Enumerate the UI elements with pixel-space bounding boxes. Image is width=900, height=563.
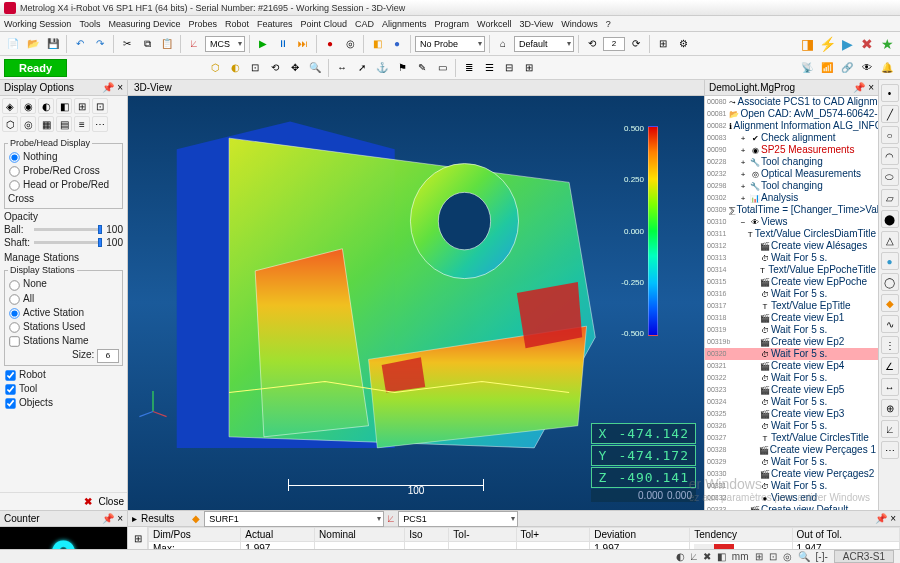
chk-robot[interactable]: Robot xyxy=(4,368,123,382)
rt-circle-icon[interactable]: ○ xyxy=(881,126,899,144)
rt-dist-icon[interactable]: ↔ xyxy=(881,378,899,396)
results-col-header[interactable]: Tendency xyxy=(690,528,792,542)
menu-dview[interactable]: 3D-View xyxy=(519,19,553,29)
rt-cs-icon[interactable]: ⟀ xyxy=(881,420,899,438)
tree-row[interactable]: 00327TText/Value CirclesTitle xyxy=(705,432,878,444)
probe-combo[interactable]: No Probe xyxy=(415,36,485,52)
menu-windows[interactable]: Windows xyxy=(561,19,598,29)
sb-i5[interactable]: ⊞ xyxy=(755,551,763,562)
settings-icon[interactable]: ⚙ xyxy=(674,35,692,53)
ball-slider[interactable] xyxy=(34,228,102,231)
3d-viewport[interactable]: 0.5000.2500.000-0.250-0.500 100 X-474.14… xyxy=(128,96,704,510)
do-i3[interactable]: ◐ xyxy=(38,98,54,114)
record-icon[interactable]: ● xyxy=(321,35,339,53)
rt-line-icon[interactable]: ╱ xyxy=(881,105,899,123)
ds-all[interactable]: All xyxy=(8,292,119,306)
tree-row[interactable]: 00310−👁Views xyxy=(705,216,878,228)
zoom-icon[interactable]: 🔍 xyxy=(306,59,324,77)
menu-robot[interactable]: Robot xyxy=(225,19,249,29)
sb-i1[interactable]: ◐ xyxy=(676,551,685,562)
results-col-header[interactable]: Out of Tol. xyxy=(792,528,899,542)
menu-tools[interactable]: Tools xyxy=(79,19,100,29)
tree-row[interactable]: 00319⏱Wait For 5 s. xyxy=(705,324,878,336)
wifi-icon[interactable]: 📶 xyxy=(818,59,836,77)
menu-workingsession[interactable]: Working Session xyxy=(4,19,71,29)
tree-close-icon[interactable]: 📌 × xyxy=(853,82,874,93)
do-i8[interactable]: ◎ xyxy=(20,116,36,132)
results-col-header[interactable]: Actual xyxy=(241,528,315,542)
anchor-icon[interactable]: ⚓ xyxy=(373,59,391,77)
tree-row[interactable]: 00081📂Open CAD: AvM_D574-60642-208_ xyxy=(705,108,878,120)
tree-row[interactable]: 00326⏱Wait For 5 s. xyxy=(705,420,878,432)
results-col-header[interactable]: Dim/Pos xyxy=(149,528,241,542)
layer-icon[interactable]: ≣ xyxy=(460,59,478,77)
menu-program[interactable]: Program xyxy=(435,19,470,29)
tree-row[interactable]: 00329⏱Wait For 5 s. xyxy=(705,456,878,468)
tree-row[interactable]: 00325🎬Create view Ep3 xyxy=(705,408,878,420)
pin-icon[interactable]: 📌 × xyxy=(102,82,123,93)
rt-more-icon[interactable]: ⋯ xyxy=(881,441,899,459)
shaft-slider[interactable] xyxy=(34,241,102,244)
rt-arc-icon[interactable]: ◠ xyxy=(881,147,899,165)
counter-pin-icon[interactable]: 📌 × xyxy=(102,513,123,524)
la3-icon[interactable]: ⊟ xyxy=(500,59,518,77)
shade-icon[interactable]: ◐ xyxy=(226,59,244,77)
results-col-header[interactable]: Nominal xyxy=(315,528,405,542)
new-icon[interactable]: 📄 xyxy=(4,35,22,53)
results-collapse-icon[interactable]: ▸ xyxy=(132,513,137,524)
tree-row[interactable]: 00309⅀TotalTime = [Changer_Time>Val]+ xyxy=(705,204,878,216)
opt-nothing[interactable]: Nothing xyxy=(8,150,119,164)
menu-workcell[interactable]: Workcell xyxy=(477,19,511,29)
la2-icon[interactable]: ☰ xyxy=(480,59,498,77)
res-t1[interactable]: ⊞ xyxy=(129,529,147,547)
do-i10[interactable]: ▤ xyxy=(56,116,72,132)
arrow-icon[interactable]: ➚ xyxy=(353,59,371,77)
rt-gdt-icon[interactable]: ⊕ xyxy=(881,399,899,417)
sb-i2[interactable]: ⟀ xyxy=(691,551,697,562)
rotate-icon[interactable]: ⟲ xyxy=(266,59,284,77)
bell-icon[interactable]: 🔔 xyxy=(878,59,896,77)
do-i5[interactable]: ⊞ xyxy=(74,98,90,114)
rt-surf-icon[interactable]: ◆ xyxy=(881,294,899,312)
tree-row[interactable]: 00083+✔Check alignment xyxy=(705,132,878,144)
tree-row[interactable]: 00082ℹAlignment Information ALG_INFO1 xyxy=(705,120,878,132)
flag-icon[interactable]: ⚑ xyxy=(393,59,411,77)
sphere-icon[interactable]: ● xyxy=(388,35,406,53)
cs-icon[interactable]: ⟀ xyxy=(185,35,203,53)
dim-icon[interactable]: ↔ xyxy=(333,59,351,77)
rt-point-icon[interactable]: • xyxy=(881,84,899,102)
mcs-combo[interactable]: MCS xyxy=(205,36,245,52)
tree-row[interactable]: 00317TText/Value EpTitle xyxy=(705,300,878,312)
pen-icon[interactable]: ✎ xyxy=(413,59,431,77)
rt-slot-icon[interactable]: ⬭ xyxy=(881,168,899,186)
close-x-icon[interactable]: ✖ xyxy=(84,496,92,507)
menu-alignments[interactable]: Alignments xyxy=(382,19,427,29)
grid-icon[interactable]: ⊞ xyxy=(654,35,672,53)
tree-row[interactable]: 00302+📊Analysis xyxy=(705,192,878,204)
cube-icon[interactable]: ◧ xyxy=(368,35,386,53)
la4-icon[interactable]: ⊞ xyxy=(520,59,538,77)
results-cs-combo[interactable]: PCS1 xyxy=(398,511,518,527)
eye-icon[interactable]: 👁 xyxy=(858,59,876,77)
menu-[interactable]: ? xyxy=(606,19,611,29)
do-i1[interactable]: ◈ xyxy=(2,98,18,114)
tree-row[interactable]: 00080⤳Associate PCS1 to CAD Alignment xyxy=(705,96,878,108)
tree-row[interactable]: 00311TText/Value CirclesDiamTitle xyxy=(705,228,878,240)
rt-cone-icon[interactable]: △ xyxy=(881,231,899,249)
do-i9[interactable]: ▦ xyxy=(38,116,54,132)
rt-cyl-icon[interactable]: ⬤ xyxy=(881,210,899,228)
tree-row[interactable]: 00228+🔧Tool changing xyxy=(705,156,878,168)
rt-plane-icon[interactable]: ▱ xyxy=(881,189,899,207)
rt-pattern-icon[interactable]: ⋮ xyxy=(881,336,899,354)
tree-row[interactable]: 00331⏱Wait For 5 s. xyxy=(705,480,878,492)
results-col-header[interactable]: Deviation xyxy=(590,528,690,542)
redo-icon[interactable]: ↷ xyxy=(91,35,109,53)
spin2-icon[interactable]: ⟳ xyxy=(627,35,645,53)
wire-icon[interactable]: ⬡ xyxy=(206,59,224,77)
size-input[interactable] xyxy=(97,349,119,363)
link-icon[interactable]: 🔗 xyxy=(838,59,856,77)
ds-name[interactable]: Stations Name Size: xyxy=(8,334,119,348)
tree-row[interactable]: 00316⏱Wait For 5 s. xyxy=(705,288,878,300)
antenna-icon[interactable]: 📡 xyxy=(798,59,816,77)
default-combo[interactable]: Default xyxy=(514,36,574,52)
